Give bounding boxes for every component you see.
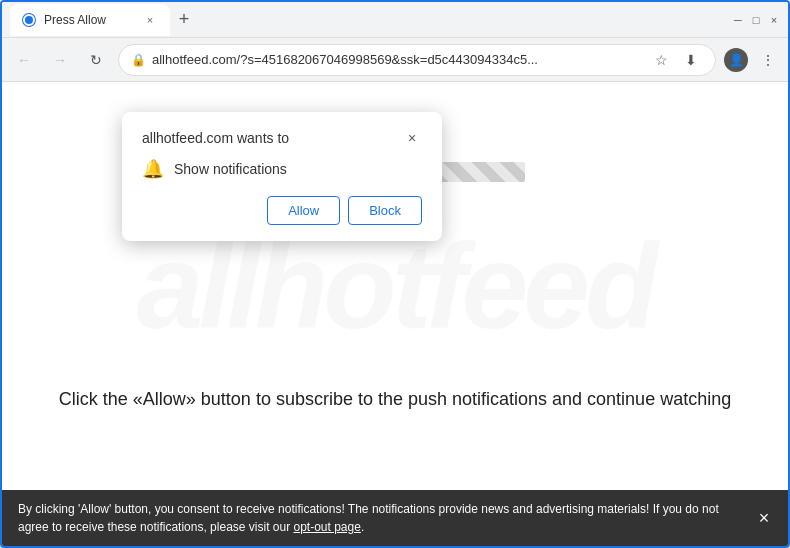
maximize-button[interactable]: □ (750, 14, 762, 26)
refresh-button[interactable]: ↻ (82, 46, 110, 74)
download-icon[interactable]: ⬇ (679, 48, 703, 72)
title-bar: Press Allow × + ─ □ × (2, 2, 788, 38)
window-controls: ─ □ × (732, 14, 780, 26)
tab-title: Press Allow (44, 13, 106, 27)
show-notifications-row: 🔔 Show notifications (142, 158, 422, 180)
dialog-close-button[interactable]: × (402, 128, 422, 148)
close-window-button[interactable]: × (768, 14, 780, 26)
dialog-header: allhotfeed.com wants to × (142, 128, 422, 148)
back-button[interactable]: ← (10, 46, 38, 74)
address-text: allhotfeed.com/?s=451682067046998569&ssk… (152, 52, 643, 67)
bell-icon: 🔔 (142, 158, 164, 180)
lock-icon: 🔒 (131, 53, 146, 67)
active-tab[interactable]: Press Allow × (10, 4, 170, 36)
browser-window: Press Allow × + ─ □ × ← → ↻ 🔒 allhotfeed… (0, 0, 790, 548)
page-content: allhotfeed allhotfeed.com wants to × 🔔 S… (2, 82, 788, 490)
profile-button[interactable]: 👤 (724, 48, 748, 72)
address-bar: ← → ↻ 🔒 allhotfeed.com/?s=45168206704699… (2, 38, 788, 82)
minimize-button[interactable]: ─ (732, 14, 744, 26)
notification-dialog: allhotfeed.com wants to × 🔔 Show notific… (122, 112, 442, 241)
tab-favicon (22, 13, 36, 27)
address-input-wrapper[interactable]: 🔒 allhotfeed.com/?s=451682067046998569&s… (118, 44, 716, 76)
dialog-buttons: Allow Block (142, 196, 422, 225)
tab-area: Press Allow × + (10, 4, 724, 36)
cta-text: Click the «Allow» button to subscribe to… (2, 389, 788, 410)
block-button[interactable]: Block (348, 196, 422, 225)
bottom-notification-bar: By clicking 'Allow' button, you consent … (2, 490, 788, 546)
forward-button[interactable]: → (46, 46, 74, 74)
new-tab-button[interactable]: + (170, 6, 198, 34)
show-notifications-text: Show notifications (174, 161, 287, 177)
menu-button[interactable]: ⋮ (756, 48, 780, 72)
tab-close-button[interactable]: × (142, 12, 158, 28)
bottom-bar-text: By clicking 'Allow' button, you consent … (18, 500, 748, 536)
address-icons: ☆ ⬇ (649, 48, 703, 72)
allow-button[interactable]: Allow (267, 196, 340, 225)
dialog-title: allhotfeed.com wants to (142, 130, 289, 146)
star-icon[interactable]: ☆ (649, 48, 673, 72)
opt-out-link[interactable]: opt-out page (293, 520, 360, 534)
bottom-bar-close-button[interactable]: × (752, 506, 776, 530)
